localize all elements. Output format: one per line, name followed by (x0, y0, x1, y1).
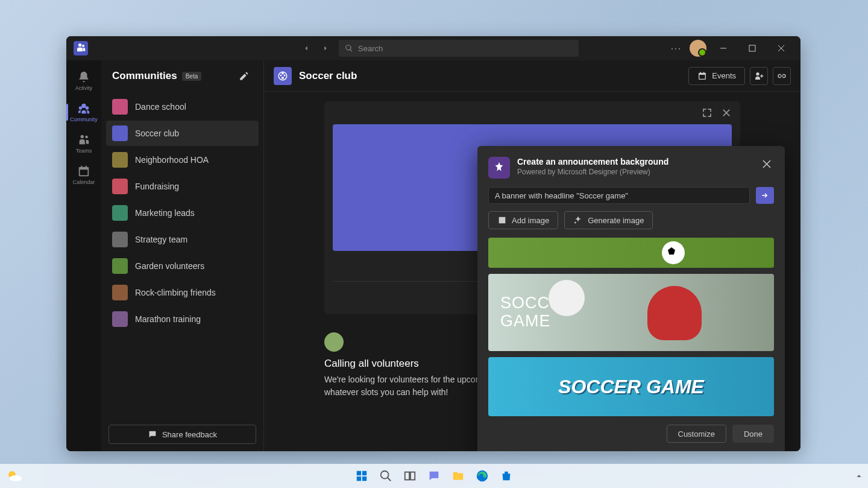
sidebar-item-strategy-team[interactable]: Strategy team (106, 227, 259, 252)
share-feedback-button[interactable]: Share feedback (108, 425, 256, 444)
bell-icon (77, 71, 90, 84)
suggestion-item-2[interactable]: SOCCER GAME (488, 357, 774, 416)
svg-point-8 (381, 471, 389, 479)
svg-rect-0 (749, 45, 755, 51)
generate-image-button[interactable]: Generate image (564, 211, 653, 229)
sidebar-item-marketing-leads[interactable]: Marketing leads (106, 200, 259, 226)
app-logo-icon (74, 41, 88, 55)
people-add-icon (754, 71, 764, 81)
more-options-button[interactable]: ⋯ (667, 42, 685, 55)
window-minimize-button[interactable] (711, 39, 735, 58)
designer-icon (488, 157, 510, 179)
add-image-button[interactable]: Add image (488, 211, 558, 229)
community-list: Dance school Soccer club Neighborhood HO… (101, 92, 263, 417)
svg-rect-10 (410, 472, 415, 480)
channel-body: ...me Post Calling all volunteers (264, 92, 800, 451)
taskbar (0, 464, 868, 488)
rail-calendar[interactable]: Calendar (69, 159, 98, 191)
rail-label: Community (70, 116, 98, 122)
post-author-avatar[interactable] (324, 332, 344, 352)
channel-title: Soccer club (299, 70, 357, 82)
prompt-input[interactable] (488, 187, 750, 204)
feedback-icon (148, 429, 157, 439)
rail-label: Teams (76, 148, 92, 154)
close-icon (763, 160, 771, 168)
svg-rect-7 (362, 477, 366, 481)
designer-modal: Create an announcement background Powere… (477, 146, 785, 451)
nav-back-button[interactable] (298, 40, 315, 57)
taskbar-start-button[interactable] (351, 466, 372, 486)
community-icon (77, 102, 90, 115)
nav-forward-button[interactable] (317, 40, 334, 57)
sidebar-item-fundraising[interactable]: Fundraising (106, 174, 259, 199)
invite-people-button[interactable] (750, 67, 768, 85)
taskbar-edge-button[interactable] (472, 466, 492, 486)
rail-community[interactable]: Community (69, 97, 98, 128)
channel-avatar (274, 67, 292, 85)
new-community-button[interactable] (236, 68, 253, 84)
sidebar-item-marathon-training[interactable]: Marathon training (106, 306, 259, 332)
svg-rect-6 (357, 477, 361, 481)
taskbar-chat-button[interactable] (424, 466, 444, 486)
close-compose-icon[interactable] (721, 107, 732, 118)
window-close-button[interactable] (769, 39, 793, 58)
modal-close-button[interactable] (760, 157, 774, 171)
svg-point-3 (10, 475, 22, 481)
arrow-right-icon (760, 191, 770, 200)
sidebar: Communities Beta Dance school Soccer clu… (101, 60, 264, 451)
chevron-up-icon[interactable] (855, 472, 863, 480)
search-icon (345, 44, 353, 52)
sidebar-item-rock-climbing-friends[interactable]: Rock-climbing friends (106, 280, 259, 305)
sidebar-item-soccer-club[interactable]: Soccer club (106, 121, 259, 146)
sidebar-item-dance-school[interactable]: Dance school (106, 94, 259, 119)
calendar-icon (697, 71, 707, 81)
suggestion-item-0[interactable] (488, 238, 774, 268)
copy-link-button[interactable] (773, 67, 791, 85)
customize-button[interactable]: Customize (667, 425, 726, 443)
channel-header: Soccer club Events (264, 60, 800, 92)
svg-rect-5 (362, 471, 366, 475)
modal-subtitle: Powered by Microsoft Designer (Preview) (517, 168, 668, 176)
sparkle-icon (573, 215, 583, 225)
calendar-icon (77, 165, 90, 178)
modal-title: Create an announcement background (517, 157, 668, 166)
app-rail: Activity Community Teams Calendar (66, 60, 101, 451)
rail-label: Activity (75, 85, 93, 91)
window-maximize-button[interactable] (740, 39, 764, 58)
app-window: Search ⋯ Activity Community Teams (66, 36, 800, 451)
taskbar-files-button[interactable] (448, 466, 468, 486)
sidebar-item-neighborhood-hoa[interactable]: Neighborhood HOA (106, 147, 259, 173)
sidebar-item-garden-volunteers[interactable]: Garden volunteers (106, 253, 259, 279)
image-icon (497, 215, 507, 225)
user-avatar[interactable] (690, 40, 706, 57)
main-area: Activity Community Teams Calendar Commun… (66, 60, 800, 451)
suggestion-item-1[interactable]: SOCCER GAME (488, 274, 774, 351)
done-button[interactable]: Done (732, 425, 774, 443)
titlebar: Search ⋯ (66, 36, 800, 60)
rail-activity[interactable]: Activity (69, 65, 98, 97)
sidebar-header: Communities Beta (101, 60, 263, 92)
generate-go-button[interactable] (756, 187, 774, 204)
svg-rect-9 (405, 472, 409, 480)
search-input[interactable]: Search (339, 40, 579, 57)
suggestion-list: SOCCER GAME SOCCER GAME (488, 238, 774, 416)
taskbar-store-button[interactable] (496, 466, 517, 486)
link-icon (777, 71, 787, 81)
events-button[interactable]: Events (688, 67, 745, 85)
svg-rect-4 (357, 471, 361, 475)
rail-label: Calendar (73, 179, 95, 185)
beta-badge: Beta (182, 72, 202, 81)
taskbar-taskview-button[interactable] (400, 466, 420, 486)
channel-pane: Soccer club Events (264, 60, 800, 451)
expand-icon[interactable] (702, 107, 712, 118)
sidebar-title: Communities (112, 70, 177, 82)
taskbar-search-button[interactable] (376, 466, 396, 486)
compose-icon (239, 71, 250, 81)
rail-teams[interactable]: Teams (69, 128, 98, 159)
soccer-ball-graphic (662, 241, 685, 264)
weather-icon[interactable] (5, 466, 24, 486)
teams-icon (77, 133, 90, 147)
suggestion-text: SOCCER GAME (558, 376, 704, 398)
